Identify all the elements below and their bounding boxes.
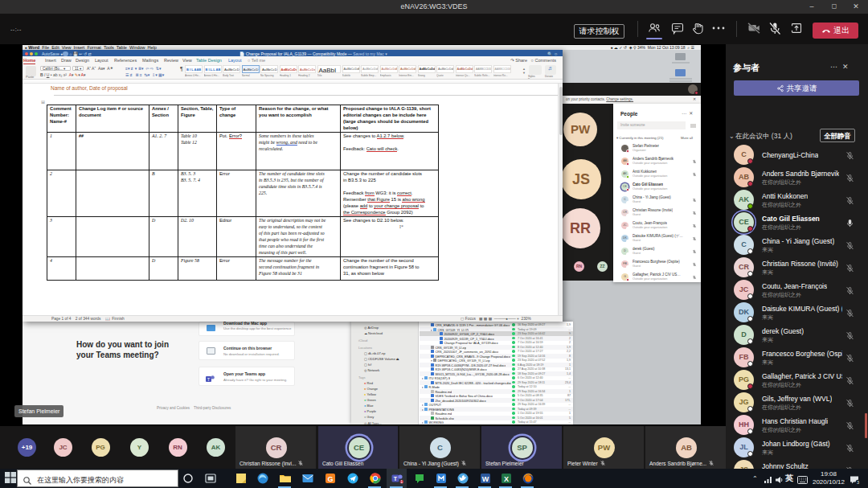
svg-text:W: W bbox=[481, 475, 489, 483]
svg-text:T: T bbox=[393, 476, 397, 482]
svg-text:G: G bbox=[327, 475, 333, 483]
svg-text:X: X bbox=[503, 475, 508, 483]
svg-text:3: 3 bbox=[857, 480, 859, 485]
